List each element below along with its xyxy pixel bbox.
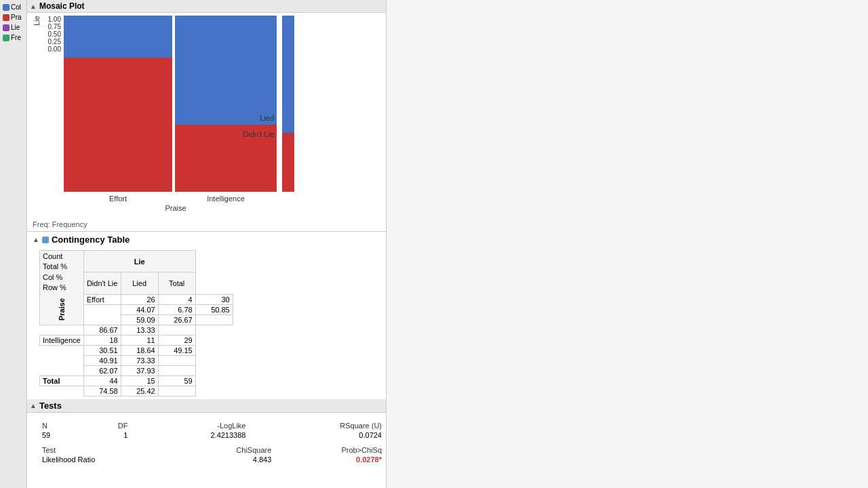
mosaic-plot-section: Lie 1.00 0.75 0.50 0.25 0.00 [27,13,386,218]
count-label: Count [43,251,81,262]
sidebar-item-fre[interactable]: Fre [1,33,25,42]
lie-icon [3,24,9,31]
test-row-likelihood: Likelihood Ratio 4.843 0.0278* [38,455,386,464]
x-axis-labels: Effort Intelligence [64,192,300,203]
intelligence-red-seg: Didn't Lie [175,125,277,192]
tests-stats-row: 59 1 2.4213388 0.0724 [38,430,386,440]
sidebar-item-lie[interactable]: Lie [1,23,25,32]
total-grand-pct [158,386,195,396]
tests-n-header: N [38,421,83,430]
x-label-effort: Effort [64,195,172,203]
total-label: Total [40,375,84,386]
tests-loglike-header: -LogLike [132,421,250,430]
effort-placeholder2 [83,314,121,325]
freq-note: Freq: Frequency [27,218,386,231]
effort-total-count: 30 [195,294,233,304]
effort-didnt-lie-colpct: 59.09 [121,314,158,325]
col-icon [3,4,9,11]
test-header-chisquare: ChiSquare [177,445,275,455]
col-pct-label: Col % [43,272,81,283]
pra-icon [3,14,9,21]
tests-loglike-val: 2.4213388 [132,430,250,440]
intelligence-didnt-lie-rowpct: 62.07 [83,365,121,375]
mosaic-plot-header[interactable]: ▲ Mosaic Plot [27,0,386,13]
mosaic-bars: Lied Didn't Lie [64,16,300,192]
effort-total-totalpct: 50.85 [195,304,233,314]
intelligence-blue-seg: Lied [175,16,277,125]
effort-total-rowpct [158,325,195,335]
intelligence-total-colpct [158,355,195,365]
effort-didnt-lie-totalpct: 44.07 [121,304,158,314]
tests-rsquare-val: 0.0724 [250,430,386,440]
intel-placeholder3 [40,365,84,375]
contingency-section: Count Total % Col % Row % Lie Didn't Lie… [27,247,386,399]
contingency-section-header[interactable]: ▲ Contingency Table [27,231,386,247]
effort-lied-colpct: 26.67 [158,314,195,325]
x-label-intelligence: Intelligence [175,195,277,203]
mosaic-plot-title: Mosaic Plot [39,1,85,11]
col-header-lied: Lied [121,272,158,294]
col-header-didnt-lie: Didn't Lie [83,272,121,294]
y-axis-label: Lie [33,16,41,26]
lied-label: Lied [260,114,274,122]
sidebar-item-col[interactable]: Col [1,3,25,12]
intelligence-lied-totalpct: 18.64 [121,345,158,355]
test-prob-likelihood: 0.0278* [275,455,386,464]
intelligence-didnt-lie-count: 18 [83,335,121,345]
total-placeholder [40,386,84,396]
contingency-table: Count Total % Col % Row % Lie Didn't Lie… [39,250,233,396]
y-tick-3: 0.50 [42,30,61,38]
praise-header: Praise [40,294,84,325]
intelligence-lied-rowpct: 37.93 [121,365,158,375]
sidebar-label-lie: Lie [11,24,20,31]
total-lied: 15 [121,375,158,386]
tests-title: Tests [39,401,62,411]
test-header-prob: Prob>ChiSq [275,445,386,455]
contingency-collapse-arrow: ▲ [33,236,39,243]
didnt-lie-label: Didn't Lie [243,130,274,138]
intelligence-didnt-lie-totalpct: 30.51 [83,345,121,355]
tests-n-val: 59 [38,430,83,440]
tests-df-header: DF [83,421,132,430]
effort-label: Effort [83,294,121,304]
sidebar-item-pra[interactable]: Pra [1,13,25,22]
fre-icon [3,35,9,41]
legend-mini-bar [282,16,294,192]
effort-didnt-lie-rowpct: 86.67 [83,325,121,335]
effort-lied-count: 4 [158,294,195,304]
tests-section: N DF -LogLike RSquare (U) 59 1 2.4213388… [27,415,386,472]
mosaic-col-effort [64,16,172,192]
tests-chisq-table: Test ChiSquare Prob>ChiSq Likelihood Rat… [38,445,386,464]
intelligence-didnt-lie-colpct: 40.91 [83,355,121,365]
tests-rsquare-header: RSquare (U) [250,421,386,430]
legend-blue [282,16,294,133]
table-row-total: Total 44 15 59 [40,375,233,386]
table-row-intelligence-label: Intelligence 18 11 29 [40,335,233,345]
sidebar-label-col: Col [11,3,21,11]
effort-placeholder [83,304,121,314]
effort-didnt-lie-count: 26 [121,294,158,304]
effort-blue-seg [64,16,172,58]
contingency-icon [42,237,49,243]
total-lied-pct: 25.42 [121,386,158,396]
total-didnt-lie-pct: 74.58 [83,386,121,396]
corner-cell: Count Total % Col % Row % [40,251,84,295]
intelligence-total-totalpct: 49.15 [158,345,195,355]
tests-df-val: 1 [83,430,132,440]
x-axis-title: Praise [52,204,300,212]
tests-header[interactable]: ▲ Tests [27,399,386,413]
intelligence-lied-count: 11 [121,335,158,345]
effort-lied-rowpct: 13.33 [121,325,158,335]
effort-placeholder3 [40,325,84,335]
intelligence-total-count: 29 [158,335,195,345]
table-row-intelligence-pct3: 62.07 37.93 [40,365,233,375]
total-didnt-lie: 44 [83,375,121,386]
col-header-total: Total [158,272,195,294]
table-row-effort-pct3: 86.67 13.33 [40,325,233,335]
row-pct-label: Row % [43,283,81,293]
table-row-total-pct: 74.58 25.42 [40,386,233,396]
tests-stats-table: N DF -LogLike RSquare (U) 59 1 2.4213388… [38,421,386,440]
total-pct-label: Total % [43,262,81,272]
contingency-title: Contingency Table [52,235,130,245]
intelligence-lied-colpct: 73.33 [121,355,158,365]
